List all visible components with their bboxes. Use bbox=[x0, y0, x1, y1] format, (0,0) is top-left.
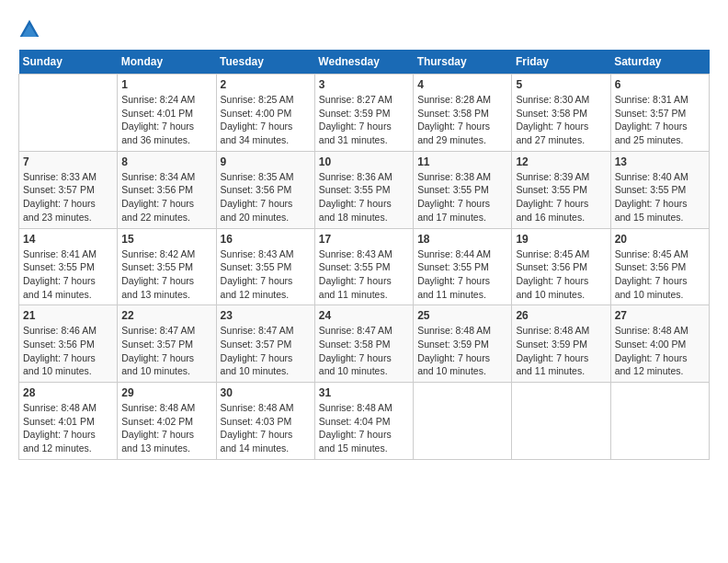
calendar-cell: 15Sunrise: 8:42 AM Sunset: 3:55 PM Dayli… bbox=[118, 228, 216, 305]
day-info: Sunrise: 8:47 AM Sunset: 3:58 PM Dayligh… bbox=[319, 324, 409, 378]
calendar-cell bbox=[610, 383, 709, 460]
logo-icon bbox=[18, 18, 40, 40]
calendar-cell: 25Sunrise: 8:48 AM Sunset: 3:59 PM Dayli… bbox=[414, 305, 512, 383]
page-header bbox=[18, 18, 710, 40]
day-info: Sunrise: 8:30 AM Sunset: 3:58 PM Dayligh… bbox=[516, 93, 606, 147]
calendar-cell: 1Sunrise: 8:24 AM Sunset: 4:01 PM Daylig… bbox=[118, 75, 216, 152]
calendar-cell: 28Sunrise: 8:48 AM Sunset: 4:01 PM Dayli… bbox=[19, 383, 118, 460]
day-number: 11 bbox=[417, 155, 507, 168]
calendar-cell: 7Sunrise: 8:33 AM Sunset: 3:57 PM Daylig… bbox=[19, 151, 118, 228]
day-number: 31 bbox=[319, 386, 409, 399]
day-info: Sunrise: 8:48 AM Sunset: 3:59 PM Dayligh… bbox=[516, 324, 606, 378]
calendar-cell bbox=[512, 383, 610, 460]
day-number: 2 bbox=[221, 78, 311, 91]
day-number: 1 bbox=[121, 78, 211, 91]
logo bbox=[18, 18, 44, 40]
day-info: Sunrise: 8:31 AM Sunset: 3:57 PM Dayligh… bbox=[615, 93, 705, 147]
day-info: Sunrise: 8:24 AM Sunset: 4:01 PM Dayligh… bbox=[121, 93, 211, 147]
day-number: 27 bbox=[615, 309, 705, 322]
calendar-week-1: 1Sunrise: 8:24 AM Sunset: 4:01 PM Daylig… bbox=[19, 75, 710, 152]
day-info: Sunrise: 8:41 AM Sunset: 3:55 PM Dayligh… bbox=[23, 247, 113, 302]
day-number: 16 bbox=[221, 233, 311, 246]
calendar-header-thursday: Thursday bbox=[414, 50, 512, 75]
day-number: 8 bbox=[121, 155, 211, 168]
day-number: 24 bbox=[319, 309, 409, 322]
day-info: Sunrise: 8:47 AM Sunset: 3:57 PM Dayligh… bbox=[121, 324, 211, 378]
calendar-cell: 9Sunrise: 8:35 AM Sunset: 3:56 PM Daylig… bbox=[216, 151, 314, 228]
calendar-cell bbox=[414, 383, 512, 460]
day-info: Sunrise: 8:40 AM Sunset: 3:55 PM Dayligh… bbox=[615, 170, 705, 224]
day-info: Sunrise: 8:48 AM Sunset: 4:04 PM Dayligh… bbox=[319, 401, 409, 455]
day-number: 13 bbox=[615, 155, 705, 168]
day-number: 28 bbox=[23, 386, 113, 399]
calendar-header-tuesday: Tuesday bbox=[216, 50, 314, 75]
calendar: SundayMondayTuesdayWednesdayThursdayFrid… bbox=[18, 50, 710, 460]
calendar-cell: 20Sunrise: 8:45 AM Sunset: 3:56 PM Dayli… bbox=[610, 228, 709, 305]
calendar-week-4: 21Sunrise: 8:46 AM Sunset: 3:56 PM Dayli… bbox=[19, 305, 710, 383]
calendar-week-2: 7Sunrise: 8:33 AM Sunset: 3:57 PM Daylig… bbox=[19, 151, 710, 228]
day-info: Sunrise: 8:45 AM Sunset: 3:56 PM Dayligh… bbox=[615, 247, 705, 302]
day-number: 19 bbox=[516, 233, 606, 246]
day-number: 15 bbox=[121, 233, 211, 246]
day-number: 6 bbox=[615, 78, 705, 91]
day-info: Sunrise: 8:48 AM Sunset: 4:02 PM Dayligh… bbox=[121, 401, 211, 455]
day-info: Sunrise: 8:48 AM Sunset: 3:59 PM Dayligh… bbox=[417, 324, 507, 378]
day-number: 5 bbox=[516, 78, 606, 91]
day-info: Sunrise: 8:45 AM Sunset: 3:56 PM Dayligh… bbox=[516, 247, 606, 302]
day-info: Sunrise: 8:25 AM Sunset: 4:00 PM Dayligh… bbox=[221, 93, 311, 147]
day-info: Sunrise: 8:42 AM Sunset: 3:55 PM Dayligh… bbox=[121, 247, 211, 302]
calendar-week-3: 14Sunrise: 8:41 AM Sunset: 3:55 PM Dayli… bbox=[19, 228, 710, 305]
calendar-cell: 31Sunrise: 8:48 AM Sunset: 4:04 PM Dayli… bbox=[314, 383, 413, 460]
calendar-cell: 12Sunrise: 8:39 AM Sunset: 3:55 PM Dayli… bbox=[512, 151, 610, 228]
calendar-cell: 21Sunrise: 8:46 AM Sunset: 3:56 PM Dayli… bbox=[19, 305, 118, 383]
day-info: Sunrise: 8:43 AM Sunset: 3:55 PM Dayligh… bbox=[319, 247, 409, 302]
day-number: 12 bbox=[516, 155, 606, 168]
calendar-cell: 26Sunrise: 8:48 AM Sunset: 3:59 PM Dayli… bbox=[512, 305, 610, 383]
day-info: Sunrise: 8:44 AM Sunset: 3:55 PM Dayligh… bbox=[417, 247, 507, 302]
day-number: 18 bbox=[417, 233, 507, 246]
calendar-cell: 6Sunrise: 8:31 AM Sunset: 3:57 PM Daylig… bbox=[610, 75, 709, 152]
day-number: 14 bbox=[23, 233, 113, 246]
day-number: 22 bbox=[121, 309, 211, 322]
calendar-cell: 13Sunrise: 8:40 AM Sunset: 3:55 PM Dayli… bbox=[610, 151, 709, 228]
calendar-cell: 16Sunrise: 8:43 AM Sunset: 3:55 PM Dayli… bbox=[216, 228, 314, 305]
calendar-cell: 29Sunrise: 8:48 AM Sunset: 4:02 PM Dayli… bbox=[118, 383, 216, 460]
day-number: 23 bbox=[221, 309, 311, 322]
day-info: Sunrise: 8:43 AM Sunset: 3:55 PM Dayligh… bbox=[221, 247, 311, 302]
calendar-cell: 8Sunrise: 8:34 AM Sunset: 3:56 PM Daylig… bbox=[118, 151, 216, 228]
day-number: 29 bbox=[121, 386, 211, 399]
calendar-header-monday: Monday bbox=[118, 50, 216, 75]
calendar-cell: 4Sunrise: 8:28 AM Sunset: 3:58 PM Daylig… bbox=[414, 75, 512, 152]
calendar-cell: 2Sunrise: 8:25 AM Sunset: 4:00 PM Daylig… bbox=[216, 75, 314, 152]
calendar-header-row: SundayMondayTuesdayWednesdayThursdayFrid… bbox=[19, 50, 710, 75]
day-info: Sunrise: 8:28 AM Sunset: 3:58 PM Dayligh… bbox=[417, 93, 507, 147]
day-number: 30 bbox=[221, 386, 311, 399]
calendar-cell: 30Sunrise: 8:48 AM Sunset: 4:03 PM Dayli… bbox=[216, 383, 314, 460]
day-number: 25 bbox=[417, 309, 507, 322]
day-number: 17 bbox=[319, 233, 409, 246]
calendar-cell: 10Sunrise: 8:36 AM Sunset: 3:55 PM Dayli… bbox=[314, 151, 413, 228]
calendar-cell: 23Sunrise: 8:47 AM Sunset: 3:57 PM Dayli… bbox=[216, 305, 314, 383]
day-info: Sunrise: 8:33 AM Sunset: 3:57 PM Dayligh… bbox=[23, 170, 113, 224]
calendar-week-5: 28Sunrise: 8:48 AM Sunset: 4:01 PM Dayli… bbox=[19, 383, 710, 460]
calendar-cell: 11Sunrise: 8:38 AM Sunset: 3:55 PM Dayli… bbox=[414, 151, 512, 228]
day-number: 7 bbox=[23, 155, 113, 168]
calendar-cell: 27Sunrise: 8:48 AM Sunset: 4:00 PM Dayli… bbox=[610, 305, 709, 383]
day-number: 21 bbox=[23, 309, 113, 322]
calendar-header-wednesday: Wednesday bbox=[314, 50, 413, 75]
day-info: Sunrise: 8:48 AM Sunset: 4:01 PM Dayligh… bbox=[23, 401, 113, 455]
day-info: Sunrise: 8:36 AM Sunset: 3:55 PM Dayligh… bbox=[319, 170, 409, 224]
day-number: 4 bbox=[417, 78, 507, 91]
calendar-cell bbox=[19, 75, 118, 152]
day-number: 26 bbox=[516, 309, 606, 322]
calendar-header-sunday: Sunday bbox=[19, 50, 118, 75]
calendar-cell: 17Sunrise: 8:43 AM Sunset: 3:55 PM Dayli… bbox=[314, 228, 413, 305]
calendar-cell: 5Sunrise: 8:30 AM Sunset: 3:58 PM Daylig… bbox=[512, 75, 610, 152]
calendar-header-friday: Friday bbox=[512, 50, 610, 75]
calendar-cell: 3Sunrise: 8:27 AM Sunset: 3:59 PM Daylig… bbox=[314, 75, 413, 152]
day-number: 10 bbox=[319, 155, 409, 168]
day-info: Sunrise: 8:47 AM Sunset: 3:57 PM Dayligh… bbox=[221, 324, 311, 378]
calendar-header-saturday: Saturday bbox=[610, 50, 709, 75]
calendar-cell: 18Sunrise: 8:44 AM Sunset: 3:55 PM Dayli… bbox=[414, 228, 512, 305]
day-info: Sunrise: 8:39 AM Sunset: 3:55 PM Dayligh… bbox=[516, 170, 606, 224]
